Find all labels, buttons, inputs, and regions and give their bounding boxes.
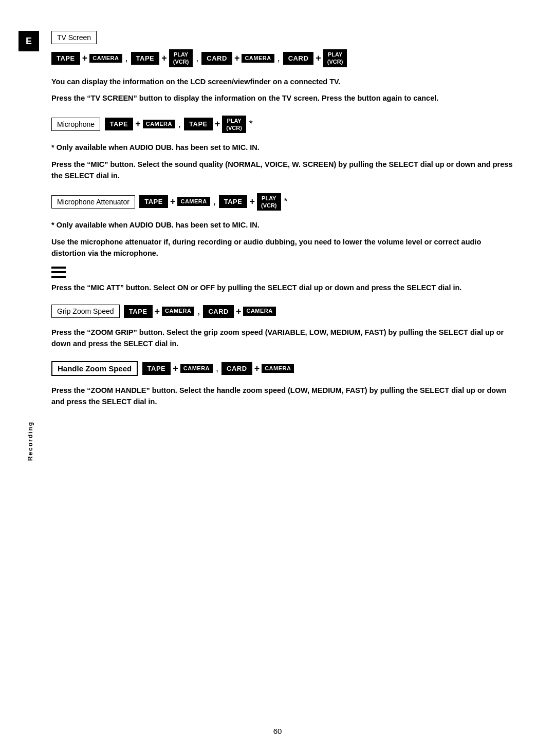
grip-zoom-header-row: Grip Zoom Speed TAPE + CAMERA , CARD + C… — [51, 305, 514, 318]
plus-3: + — [234, 53, 240, 64]
plus-1: + — [82, 53, 88, 64]
plus-grip2: + — [236, 306, 242, 317]
play-label-mic: PLAY — [227, 117, 241, 124]
handle-zoom-header-row: Handle Zoom Speed TAPE + CAMERA , CARD +… — [51, 361, 514, 376]
card-btn-handle: CARD — [221, 362, 252, 375]
comma-2: , — [196, 53, 198, 64]
asterisk-att: * — [284, 196, 288, 207]
tv-screen-combo-row: TAPE + CAMERA , TAPE + PLAY (VCR) , CARD… — [51, 49, 514, 67]
grip-zoom-text1: Press the “ZOOM GRIP” button. Select the… — [51, 327, 514, 350]
play-vcr-btn-1: PLAY (VCR) — [169, 49, 193, 67]
att-text1: Use the microphone attenuator if, during… — [51, 236, 514, 259]
mic-text1: Press the “MIC” button. Select the sound… — [51, 159, 514, 182]
handle-zoom-section: Handle Zoom Speed TAPE + CAMERA , CARD +… — [51, 361, 514, 408]
camera-btn-1: CAMERA — [89, 54, 122, 63]
camera-btn-grip1: CAMERA — [162, 307, 194, 315]
recording-side-label: Recording — [27, 421, 34, 461]
camera-btn-2: CAMERA — [242, 54, 274, 63]
att-text2: Press the “MIC ATT” button. Select ON or… — [51, 282, 514, 293]
lines-decoration — [51, 267, 66, 278]
play-vcr-btn-2: PLAY (VCR) — [323, 49, 347, 67]
vcr-label-mic: (VCR) — [226, 124, 242, 131]
tape-btn-1: TAPE — [51, 52, 80, 65]
att-note: * Only available when AUDIO DUB. has bee… — [51, 219, 514, 231]
line-1 — [51, 267, 66, 269]
camera-btn-att1: CAMERA — [177, 197, 210, 206]
line-2 — [51, 271, 66, 273]
camera-btn-handle2: CAMERA — [262, 364, 294, 373]
plus-mic2: + — [215, 119, 220, 129]
microphone-header-row: Microphone TAPE + CAMERA , TAPE + PLAY (… — [51, 116, 514, 134]
tv-screen-header: TV Screen — [51, 31, 514, 44]
card-btn-2: CARD — [283, 52, 314, 65]
microphone-label: Microphone — [51, 118, 100, 131]
play-vcr-btn-att: PLAY (VCR) — [257, 193, 281, 211]
comma-handle1: , — [216, 363, 218, 374]
plus-handle2: + — [254, 363, 260, 374]
camera-btn-mic1: CAMERA — [143, 120, 175, 128]
camera-btn-handle1: CAMERA — [180, 364, 213, 373]
grip-zoom-label: Grip Zoom Speed — [51, 305, 120, 318]
microphone-section: Microphone TAPE + CAMERA , TAPE + PLAY (… — [51, 116, 514, 182]
grip-zoom-section: Grip Zoom Speed TAPE + CAMERA , CARD + C… — [51, 305, 514, 350]
comma-mic1: , — [178, 119, 181, 129]
line-3 — [51, 276, 66, 278]
mic-att-header-row: Microphone Attenuator TAPE + CAMERA , TA… — [51, 193, 514, 211]
play-label-2: PLAY — [328, 51, 342, 58]
plus-2: + — [161, 53, 167, 64]
comma-1: , — [125, 53, 128, 64]
vcr-label-2: (VCR) — [327, 58, 343, 65]
plus-handle1: + — [173, 363, 178, 374]
plus-4: + — [316, 53, 321, 64]
vcr-label-att: (VCR) — [261, 202, 277, 209]
comma-att1: , — [213, 196, 216, 207]
tape-btn-handle1: TAPE — [142, 362, 171, 375]
plus-att2: + — [249, 196, 255, 207]
tape-btn-2: TAPE — [131, 52, 160, 65]
card-btn-1: CARD — [201, 52, 232, 65]
card-btn-grip: CARD — [203, 305, 234, 318]
plus-mic1: + — [135, 119, 141, 129]
comma-grip1: , — [197, 306, 200, 317]
tv-screen-label: TV Screen — [51, 31, 97, 44]
play-vcr-btn-mic: PLAY (VCR) — [222, 116, 246, 134]
mic-note: * Only available when AUDIO DUB. has bee… — [51, 142, 514, 153]
tv-screen-section: TV Screen TAPE + CAMERA , TAPE + PLAY (V… — [51, 31, 514, 104]
tape-btn-grip1: TAPE — [124, 305, 153, 318]
asterisk-mic: * — [249, 119, 253, 129]
tape-btn-mic2: TAPE — [184, 118, 213, 130]
plus-att1: + — [170, 196, 176, 207]
plus-grip1: + — [155, 306, 160, 317]
comma-3: , — [278, 53, 280, 64]
vcr-label-1: (VCR) — [173, 58, 189, 65]
play-label-att: PLAY — [262, 195, 276, 202]
tv-screen-text2: Press the “TV SCREEN” button to display … — [51, 92, 514, 104]
handle-zoom-label: Handle Zoom Speed — [51, 361, 138, 376]
page-number: 60 — [273, 727, 282, 735]
tape-btn-mic1: TAPE — [105, 118, 134, 130]
tape-btn-att2: TAPE — [219, 195, 248, 208]
mic-att-label: Microphone Attenuator — [51, 195, 135, 209]
tv-screen-text1: You can display the information on the L… — [51, 76, 514, 87]
tape-btn-att1: TAPE — [139, 195, 168, 208]
mic-att-section: Microphone Attenuator TAPE + CAMERA , TA… — [51, 193, 514, 293]
camera-btn-grip2: CAMERA — [243, 307, 275, 315]
page-label: E — [18, 31, 39, 51]
handle-zoom-text1: Press the “ZOOM HANDLE” button. Select t… — [51, 385, 514, 408]
play-label-1: PLAY — [174, 51, 188, 58]
